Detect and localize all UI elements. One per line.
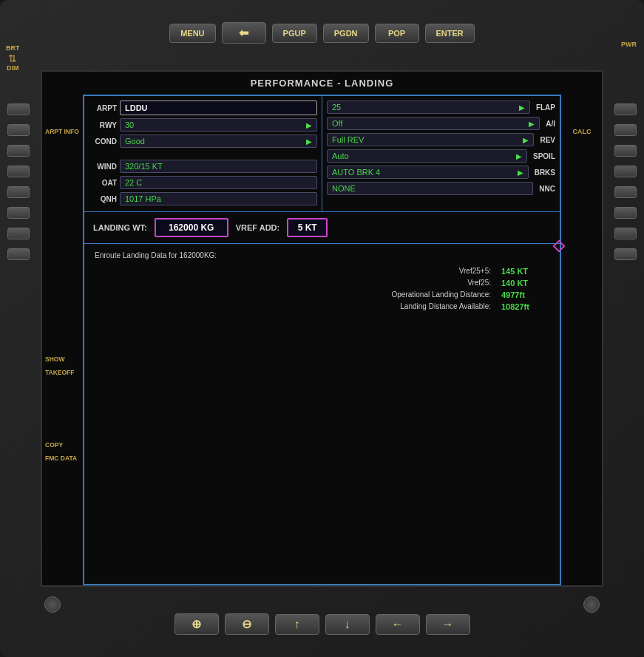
left-side-btn-1[interactable] — [7, 103, 30, 115]
flap-input[interactable]: 25 ▶ — [327, 101, 530, 114]
rwy-arrow-icon: ▶ — [306, 121, 312, 129]
qnh-label: QNH — [89, 195, 117, 203]
right-side-btn-4[interactable] — [614, 166, 637, 177]
back-button[interactable]: ⬅ — [222, 22, 266, 44]
zoom-in-button[interactable]: ⊕ — [174, 613, 219, 635]
brt-label: BRT — [6, 44, 20, 52]
right-side-btn-6[interactable] — [614, 207, 637, 219]
left-side-btn-8[interactable] — [7, 248, 30, 260]
left-side-btn-7[interactable] — [7, 228, 30, 239]
arpt-info-label[interactable]: ARPT INFO — [45, 123, 83, 137]
rwy-input[interactable]: 30 ▶ — [120, 118, 317, 132]
rev-arrow-icon: ▶ — [523, 136, 529, 144]
arpt-row: ARPT LDDU — [89, 101, 317, 115]
arpt-label: ARPT — [89, 104, 117, 112]
brt-dim-control[interactable]: BRT ⇅ DIM — [6, 44, 20, 72]
left-side-btn-2[interactable] — [7, 124, 30, 136]
op-landing-dist-row: Operational Landing Distance: 4977ft — [95, 290, 549, 299]
oat-input[interactable]: 22 C — [120, 176, 317, 189]
right-column: 25 ▶ FLAP Off ▶ A/I — [322, 96, 560, 211]
scroll-down-button[interactable]: ↓ — [325, 614, 370, 635]
cond-row: COND Good ▶ — [89, 135, 317, 148]
dim-label: DIM — [7, 64, 19, 72]
right-side-btn-5[interactable] — [614, 186, 637, 198]
zoom-out-button[interactable]: ⊖ — [225, 613, 269, 635]
nnc-unit-label: NNC — [539, 185, 555, 193]
cond-arrow-icon: ▶ — [306, 137, 312, 146]
page-title: PERFORMANCE - LANDING — [42, 72, 602, 95]
enter-button[interactable]: ENTER — [425, 24, 475, 43]
circle-left-indicator — [44, 596, 61, 613]
cond-input[interactable]: Good ▶ — [120, 135, 317, 148]
left-side-btn-3[interactable] — [7, 145, 30, 157]
flap-arrow-icon: ▶ — [519, 103, 525, 112]
rev-row: Full REV ▶ REV — [327, 133, 555, 146]
vref25plus5-value: 145 KT — [501, 267, 549, 276]
left-side-btn-4[interactable] — [7, 166, 30, 177]
landing-wt-input[interactable]: 162000 KG — [155, 218, 228, 237]
main-screen: PERFORMANCE - LANDING ARPT INFO SHOWTAKE… — [41, 70, 603, 587]
right-side-btn-7[interactable] — [614, 228, 637, 239]
nnc-input[interactable]: NONE — [327, 182, 533, 195]
cond-label: COND — [89, 137, 117, 146]
ai-input[interactable]: Off ▶ — [327, 117, 540, 130]
op-landing-dist-value: 4977ft — [501, 290, 549, 299]
flap-row: 25 ▶ FLAP — [327, 101, 555, 114]
spoil-unit-label: SPOIL — [533, 152, 555, 160]
oat-label: OAT — [89, 179, 117, 187]
show-takeoff-label[interactable]: SHOWTAKEOFF — [45, 351, 83, 378]
right-side-btn-1[interactable] — [614, 103, 637, 115]
left-side-btn-5[interactable] — [7, 186, 30, 198]
ai-unit-label: A/I — [546, 120, 555, 128]
vref25-value: 140 KT — [501, 279, 549, 287]
pgdn-button[interactable]: PGDN — [323, 24, 369, 43]
ai-arrow-icon: ▶ — [529, 120, 535, 128]
brks-unit-label: BRKS — [535, 168, 555, 177]
scroll-left-button[interactable]: ← — [376, 614, 420, 635]
scroll-right-button[interactable]: → — [426, 614, 470, 635]
spoil-input[interactable]: Auto ▶ — [327, 149, 527, 163]
pgup-button[interactable]: PGUP — [272, 24, 317, 43]
rwy-label: RWY — [89, 121, 117, 129]
spacer-1 — [89, 151, 317, 160]
rev-input[interactable]: Full REV ▶ — [327, 133, 534, 146]
qnh-input[interactable]: 1017 HPa — [120, 192, 317, 205]
menu-button[interactable]: MENU — [169, 24, 215, 43]
brks-row: AUTO BRK 4 ▶ BRKS — [327, 166, 555, 179]
flap-unit-label: FLAP — [536, 103, 555, 112]
right-side-btn-2[interactable] — [614, 124, 637, 136]
left-screen-labels: ARPT INFO SHOWTAKEOFF COPYFMC DATA — [42, 94, 83, 463]
landing-dist-avail-key: Landing Distance Available: — [400, 302, 491, 311]
left-column: ARPT LDDU RWY 30 ▶ — [84, 96, 322, 211]
nnc-row: NONE NNC — [327, 182, 555, 195]
vref25-key: Vref25: — [467, 279, 491, 287]
vref-add-input[interactable]: 5 KT — [287, 218, 328, 237]
copy-fmc-data-label[interactable]: COPYFMC DATA — [45, 437, 83, 463]
pop-button[interactable]: POP — [375, 24, 419, 43]
right-side-btn-8[interactable] — [614, 248, 637, 260]
oat-row: OAT 22 C — [89, 176, 317, 189]
pwr-button[interactable]: PWR — [621, 41, 637, 48]
calc-label: CALC — [573, 128, 592, 135]
left-side-btn-6[interactable] — [7, 207, 30, 219]
side-buttons-right — [614, 103, 637, 260]
rev-unit-label: REV — [540, 136, 555, 144]
brt-dim-arrows-icon: ⇅ — [8, 52, 17, 64]
landing-data-section: Enroute Landing Data for 162000KG: Vref2… — [84, 244, 560, 584]
qnh-row: QNH 1017 HPa — [89, 192, 317, 205]
calc-label-container[interactable]: CALC — [565, 123, 602, 137]
top-section: ARPT LDDU RWY 30 ▶ — [84, 96, 560, 212]
vref-add-label: VREF ADD: — [236, 223, 279, 232]
spoil-arrow-icon: ▶ — [516, 152, 522, 160]
wind-input[interactable]: 320/15 KT — [120, 160, 317, 173]
landing-dist-avail-value: 10827ft — [501, 302, 549, 311]
brks-input[interactable]: AUTO BRK 4 ▶ — [327, 166, 529, 179]
spoil-row: Auto ▶ SPOIL — [327, 149, 555, 163]
wind-label: WIND — [89, 163, 117, 171]
vref25-row: Vref25: 140 KT — [95, 279, 549, 287]
content-box: ARPT LDDU RWY 30 ▶ — [83, 95, 561, 585]
scroll-up-button[interactable]: ↑ — [275, 614, 319, 635]
bottom-toolbar: ⊕ ⊖ ↑ ↓ ← → — [44, 613, 600, 635]
right-side-btn-3[interactable] — [614, 145, 637, 157]
arpt-input[interactable]: LDDU — [120, 101, 317, 115]
